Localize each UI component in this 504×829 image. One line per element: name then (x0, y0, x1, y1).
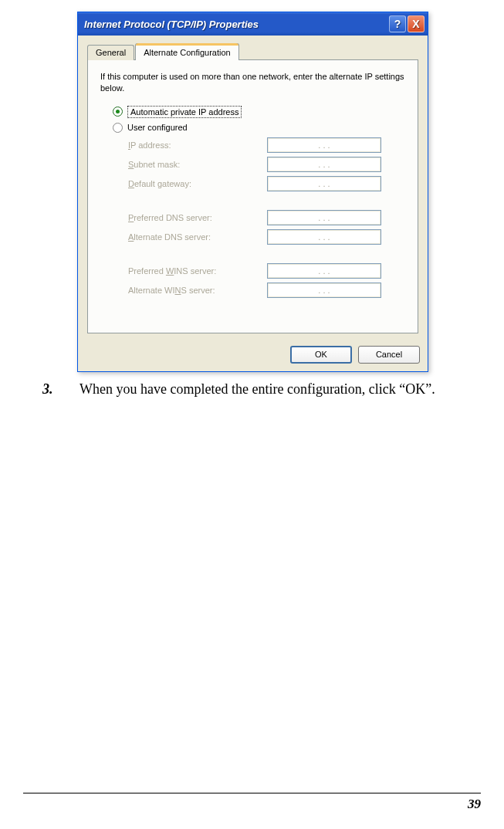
help-icon[interactable]: ? (389, 15, 406, 32)
label-preferred-dns: Preferred DNS server: (128, 213, 267, 222)
row-preferred-dns: Preferred DNS server: . . . (128, 210, 407, 225)
input-preferred-wins[interactable]: . . . (267, 263, 381, 279)
titlebar[interactable]: Internet Protocol (TCP/IP) Properties ? … (78, 12, 428, 36)
tab-alternate-configuration[interactable]: Alternate Configuration (135, 43, 239, 60)
row-subnet-mask: Subnet mask: . . . (128, 157, 407, 172)
radio-icon (113, 107, 123, 117)
label-alternate-dns: Alternate DNS server: (128, 232, 267, 242)
cancel-button[interactable]: Cancel (358, 346, 420, 364)
tcpip-properties-dialog: Internet Protocol (TCP/IP) Properties ? … (77, 12, 428, 372)
row-preferred-wins: Preferred WINS server: . . . (128, 263, 407, 279)
tab-panel: If this computer is used on more than on… (87, 59, 418, 333)
ip-form: IP address: . . . Subnet mask: . . . Def… (128, 137, 407, 298)
tab-strip: General Alternate Configuration (87, 43, 418, 60)
page-number: 39 (23, 793, 481, 812)
row-default-gateway: Default gateway: . . . (128, 176, 407, 191)
dialog-footer: OK Cancel (78, 340, 428, 371)
radio-label: Automatic private IP address (127, 106, 242, 118)
input-alternate-wins[interactable]: . . . (267, 283, 381, 298)
input-subnet-mask[interactable]: . . . (267, 157, 381, 172)
radio-label: User configured (127, 123, 188, 132)
input-preferred-dns[interactable]: . . . (267, 210, 381, 225)
radio-user-configured[interactable]: User configured (113, 123, 407, 133)
label-default-gateway: Default gateway: (128, 179, 267, 188)
close-icon[interactable]: X (408, 15, 425, 32)
instruction-step: 3. When you have completed the entire co… (42, 381, 481, 398)
input-ip-address[interactable]: . . . (267, 137, 381, 153)
window-title: Internet Protocol (TCP/IP) Properties (84, 19, 387, 30)
label-alternate-wins: Alternate WINS server: (128, 286, 267, 295)
document-page: Internet Protocol (TCP/IP) Properties ? … (0, 0, 504, 398)
label-subnet-mask: Subnet mask: (128, 160, 267, 169)
radio-automatic-private-ip[interactable]: Automatic private IP address (113, 106, 407, 118)
tab-general[interactable]: General (87, 45, 134, 60)
label-ip-address: IP address: (128, 140, 267, 150)
step-number: 3. (42, 381, 79, 398)
row-ip-address: IP address: . . . (128, 137, 407, 153)
ok-button[interactable]: OK (290, 346, 352, 364)
input-alternate-dns[interactable]: . . . (267, 229, 381, 245)
row-alternate-dns: Alternate DNS server: . . . (128, 229, 407, 245)
row-alternate-wins: Alternate WINS server: . . . (128, 283, 407, 298)
panel-description: If this computer is used on more than on… (100, 71, 407, 95)
radio-icon (113, 123, 123, 133)
input-default-gateway[interactable]: . . . (267, 176, 381, 191)
step-text: When you have completed the entire confi… (79, 381, 435, 398)
client-area: General Alternate Configuration If this … (78, 36, 428, 340)
label-preferred-wins: Preferred WINS server: (128, 266, 267, 276)
